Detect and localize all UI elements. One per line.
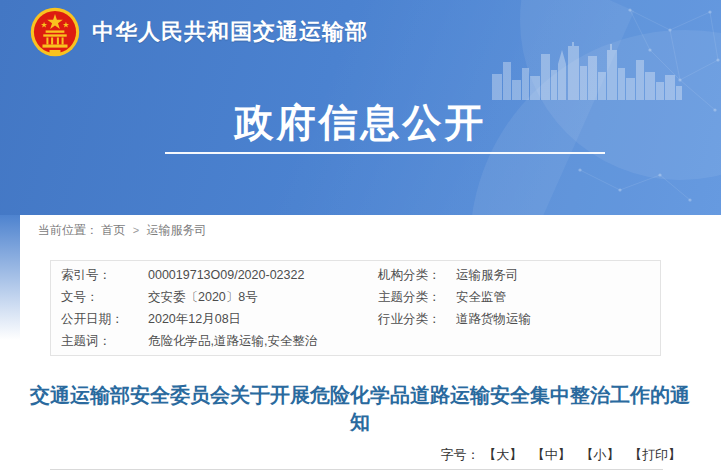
font-size-toolbar: 字号： 【大】 【中】 【小】 【打印】 — [441, 446, 682, 464]
meta-label: 索引号： — [61, 265, 148, 285]
meta-value-industry-category: 道路货物运输 — [456, 309, 660, 329]
meta-label: 公开日期： — [61, 309, 148, 329]
meta-row: 公开日期： 2020年12月08日 行业分类： 道路货物运输 — [51, 309, 660, 329]
page: 中华人民共和国交通运输部 政府信息公开 当前位置： 首页 > 运输服务司 索引号… — [0, 0, 721, 474]
masthead: 中华人民共和国交通运输部 — [30, 7, 368, 57]
banner-title: 政府信息公开 — [0, 96, 721, 150]
left-gradient-strip — [0, 215, 20, 340]
blue-banner: 中华人民共和国交通运输部 政府信息公开 — [0, 0, 721, 215]
meta-row: 文号： 交安委〔2020〕8号 主题分类： 安全监管 — [51, 287, 660, 307]
meta-value-index-number: 000019713O09/2020-02322 — [148, 265, 378, 285]
meta-label: 机构分类： — [378, 265, 456, 285]
font-size-label: 字号： — [441, 447, 480, 462]
document-meta-table: 索引号： 000019713O09/2020-02322 机构分类： 运输服务司… — [50, 260, 661, 356]
breadcrumb: 当前位置： 首页 > 运输服务司 — [38, 222, 206, 239]
meta-label: 行业分类： — [378, 309, 456, 329]
meta-value-topic-category: 安全监管 — [456, 287, 660, 307]
meta-value-keywords: 危险化学品,道路运输,安全整治 — [148, 331, 378, 351]
meta-row: 主题词： 危险化学品,道路运输,安全整治 — [51, 331, 660, 351]
meta-row: 索引号： 000019713O09/2020-02322 机构分类： 运输服务司 — [51, 265, 660, 285]
font-size-large-button[interactable]: 【大】 — [483, 447, 522, 462]
meta-label: 主题分类： — [378, 287, 456, 307]
content-divider — [50, 469, 663, 470]
meta-value-doc-number: 交安委〔2020〕8号 — [148, 287, 378, 307]
breadcrumb-current-link[interactable]: 运输服务司 — [146, 223, 206, 237]
font-size-small-button[interactable]: 【小】 — [580, 447, 619, 462]
meta-value-organization: 运输服务司 — [456, 265, 660, 285]
breadcrumb-label: 当前位置： — [38, 223, 98, 237]
font-size-medium-button[interactable]: 【中】 — [532, 447, 571, 462]
meta-label: 主题词： — [61, 331, 148, 351]
content-panel: 当前位置： 首页 > 运输服务司 索引号： 000019713O09/2020-… — [20, 215, 701, 474]
breadcrumb-separator: > — [133, 224, 139, 236]
breadcrumb-home-link[interactable]: 首页 — [101, 223, 125, 237]
article-title: 交通运输部安全委员会关于开展危险化学品道路运输安全集中整治工作的通知 — [27, 382, 693, 436]
banner-underline — [165, 152, 605, 154]
meta-value-publish-date: 2020年12月08日 — [148, 309, 378, 329]
meta-label: 文号： — [61, 287, 148, 307]
print-button[interactable]: 【打印】 — [629, 447, 681, 462]
national-emblem-icon — [30, 7, 80, 57]
site-title: 中华人民共和国交通运输部 — [92, 17, 368, 47]
